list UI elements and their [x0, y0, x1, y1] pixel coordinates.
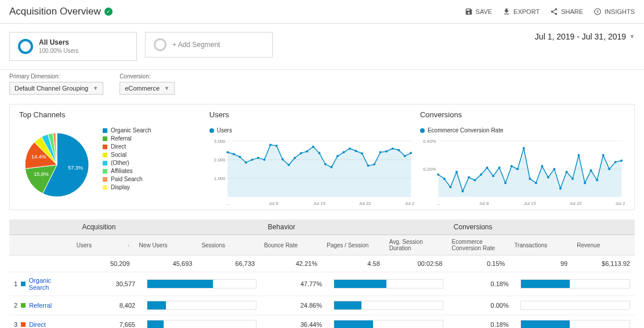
svg-text:Jul 8: Jul 8: [269, 201, 278, 206]
legend-swatch-icon: [103, 177, 107, 182]
cell-ecr: 0.18%: [448, 316, 513, 328]
legend-item[interactable]: Paid Search: [103, 176, 151, 182]
svg-point-64: [523, 147, 525, 149]
svg-point-14: [251, 158, 253, 161]
insights-button[interactable]: INSIGHTS: [594, 8, 635, 16]
svg-point-63: [516, 168, 519, 170]
date-range-picker[interactable]: Jul 1, 2019 - Jul 31, 2019 ▼: [535, 32, 635, 41]
col-ecr[interactable]: Ecommerce Conversion Rate: [447, 235, 510, 255]
svg-point-25: [318, 152, 320, 154]
total-rev: $6,113.92: [572, 255, 635, 272]
legend-swatch-icon: [103, 128, 107, 133]
svg-point-51: [443, 178, 446, 180]
share-button[interactable]: SHARE: [550, 8, 583, 16]
svg-point-12: [238, 156, 241, 158]
save-icon: [465, 8, 473, 16]
col-rev[interactable]: Revenue: [572, 235, 635, 255]
save-button[interactable]: SAVE: [465, 8, 493, 16]
svg-point-40: [410, 152, 412, 154]
col-sessions[interactable]: Sessions: [197, 235, 259, 255]
svg-point-27: [330, 166, 332, 168]
svg-point-24: [312, 146, 314, 148]
svg-point-70: [559, 188, 562, 190]
chevron-down-icon: ▼: [93, 85, 98, 91]
svg-point-13: [245, 161, 247, 164]
svg-point-15: [257, 157, 259, 159]
date-range-text: Jul 1, 2019 - Jul 31, 2019: [535, 32, 626, 41]
svg-point-37: [391, 147, 393, 150]
table-totals-row: 50,209 45,693 66,733 42.21% 4.58 00:02:5…: [9, 255, 635, 272]
svg-point-34: [373, 163, 375, 165]
total-ecr: 0.15%: [447, 255, 510, 272]
users-line-chart: 1,0002,0003,000...Jul 8Jul 15Jul 22Jul 2…: [209, 138, 414, 208]
segment-name: All Users: [39, 38, 78, 46]
panel-title: Conversions: [420, 110, 625, 119]
svg-text:Jul 15: Jul 15: [313, 201, 326, 206]
cell-users: 8,402: [75, 297, 140, 313]
svg-point-53: [455, 171, 458, 173]
cell-bounce-bar: [327, 296, 448, 315]
svg-text:...: ...: [436, 201, 440, 206]
total-users: 50,209: [72, 255, 135, 272]
svg-text:Jul 8: Jul 8: [479, 201, 489, 206]
top-channels-panel: Top Channels 57.3%15.8%14.4% Organic Sea…: [19, 110, 204, 210]
svg-point-59: [492, 175, 494, 177]
cell-bounce-bar: [327, 315, 448, 328]
report-header: Acquisition Overview ✓ SAVE EXPORT SHARE…: [0, 0, 644, 24]
share-icon: [550, 8, 558, 16]
table-group-header: Acquisition Behavior Conversions: [9, 219, 635, 235]
legend-item[interactable]: Display: [103, 184, 151, 190]
add-segment-button[interactable]: + Add Segment: [145, 32, 273, 57]
cell-ecr: 0.18%: [448, 276, 513, 292]
primary-dimension-select[interactable]: Default Channel Grouping ▼: [9, 82, 103, 95]
table-row: 1 Organic Search 30,577 47.77% 0.18%: [9, 272, 635, 296]
channel-link[interactable]: 1 Organic Search: [9, 272, 75, 295]
svg-text:Jul 29: Jul 29: [405, 201, 414, 206]
cell-users-bar: [140, 315, 261, 328]
col-bounce[interactable]: Bounce Rate: [259, 235, 322, 255]
segment-row: All Users 100.00% Users + Add Segment Ju…: [0, 24, 644, 70]
svg-point-67: [541, 165, 543, 167]
legend-swatch-icon: [103, 161, 107, 165]
panel-title: Users: [209, 110, 414, 119]
conversion-select[interactable]: eCommerce ▼: [120, 82, 175, 95]
table-row: 2 Referral 8,402 24.86% 0.00%: [9, 296, 635, 315]
svg-point-74: [584, 182, 586, 184]
total-sessions: 66,733: [197, 255, 259, 272]
legend-item[interactable]: Referral: [103, 135, 151, 142]
segment-all-users[interactable]: All Users 100.00% Users: [9, 32, 137, 61]
channel-link[interactable]: 2 Referral: [9, 297, 75, 313]
chevron-down-icon: ▼: [629, 34, 635, 39]
legend-item[interactable]: Affiliates: [103, 168, 151, 174]
svg-point-11: [233, 153, 235, 156]
group-acquisition: Acquisition: [77, 219, 263, 235]
group-conversions: Conversions: [449, 219, 635, 235]
cell-bounce: 36.44%: [261, 316, 327, 328]
legend-swatch-icon: [103, 153, 107, 157]
primary-dimension-label: Primary Dimension:: [9, 73, 103, 80]
table-row: 3 Direct 7,665 36.44% 0.18%: [9, 315, 635, 328]
channel-swatch-icon: [21, 322, 26, 327]
col-users[interactable]: Users↓: [72, 235, 135, 255]
svg-text:0.40%: 0.40%: [423, 139, 436, 144]
panel-title: Top Channels: [19, 110, 204, 119]
channel-swatch-icon: [21, 303, 26, 308]
channel-link[interactable]: 3 Direct: [9, 316, 75, 328]
export-button[interactable]: EXPORT: [502, 8, 540, 16]
col-trans[interactable]: Transactions: [509, 235, 572, 255]
legend-item[interactable]: Social: [103, 152, 151, 158]
col-pps[interactable]: Pages / Session: [322, 235, 385, 255]
legend-item[interactable]: Direct: [103, 143, 151, 150]
users-panel: Users Users 1,0002,0003,000...Jul 8Jul 1…: [209, 110, 414, 210]
legend-item[interactable]: (Other): [103, 160, 151, 166]
col-new-users[interactable]: New Users: [135, 235, 197, 255]
col-avg-dur[interactable]: Avg. Session Duration: [385, 235, 447, 255]
cell-users: 7,665: [75, 316, 140, 328]
total-avg-dur: 00:02:58: [385, 255, 447, 272]
pie-legend: Organic SearchReferralDirectSocial(Other…: [103, 127, 151, 192]
svg-point-80: [620, 160, 623, 162]
legend-item[interactable]: Organic Search: [103, 127, 151, 134]
cell-ecr-bar: [513, 296, 635, 315]
legend-swatch-icon: [103, 185, 107, 190]
segment-circle-icon: [18, 39, 33, 54]
